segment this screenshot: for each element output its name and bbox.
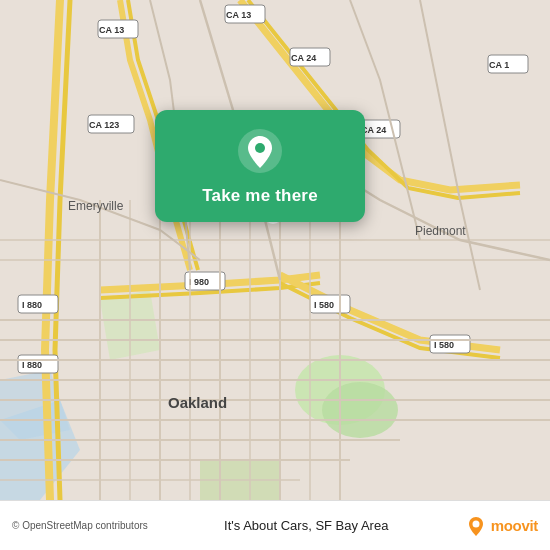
svg-text:Oakland: Oakland — [168, 394, 227, 411]
popup-label: Take me there — [202, 186, 318, 206]
popup-card[interactable]: Take me there — [155, 110, 365, 222]
moovit-text: moovit — [491, 517, 538, 534]
svg-text:I 580: I 580 — [314, 300, 334, 310]
svg-point-54 — [255, 143, 265, 153]
svg-text:CA 123: CA 123 — [89, 120, 119, 130]
svg-text:I 880: I 880 — [22, 360, 42, 370]
svg-rect-0 — [0, 0, 550, 500]
map-background: I 880 I 880 I 980 I 580 I 580 CA 24 CA 2… — [0, 0, 550, 500]
svg-text:I 880: I 880 — [22, 300, 42, 310]
moovit-logo: moovit — [465, 515, 538, 537]
location-pin-icon — [237, 128, 283, 174]
svg-text:Emeryville: Emeryville — [68, 199, 124, 213]
svg-point-2 — [322, 382, 398, 438]
svg-text:CA 13: CA 13 — [226, 10, 251, 20]
svg-text:I 980: I 980 — [189, 277, 209, 287]
svg-text:CA 1: CA 1 — [489, 60, 509, 70]
map-container: I 880 I 880 I 980 I 580 I 580 CA 24 CA 2… — [0, 0, 550, 500]
svg-text:Piedmont: Piedmont — [415, 224, 466, 238]
svg-point-55 — [472, 520, 479, 527]
bottom-bar: © OpenStreetMap contributors It's About … — [0, 500, 550, 550]
svg-text:CA 24: CA 24 — [291, 53, 316, 63]
attribution-text: © OpenStreetMap contributors — [12, 520, 148, 531]
svg-text:I 580: I 580 — [434, 340, 454, 350]
place-label: It's About Cars, SF Bay Area — [224, 518, 388, 533]
moovit-pin-icon — [465, 515, 487, 537]
svg-text:CA 13: CA 13 — [99, 25, 124, 35]
